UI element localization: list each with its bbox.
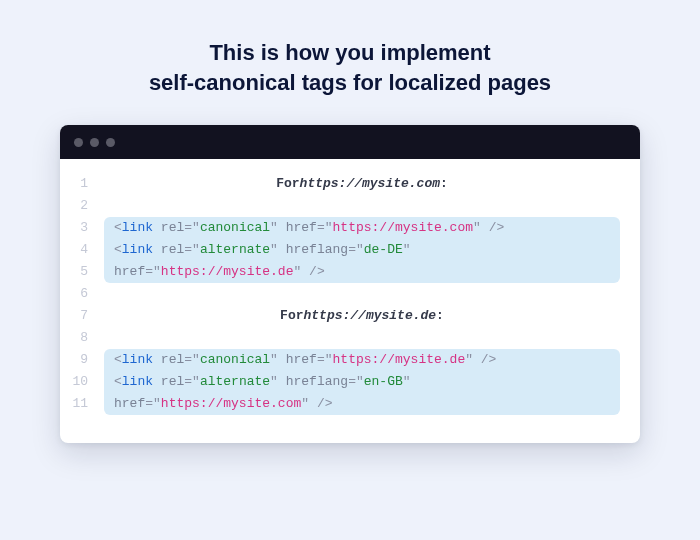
token-plain <box>278 242 286 257</box>
token-punc: < <box>114 242 122 257</box>
token-str: en-GB <box>364 374 403 389</box>
token-punc: " <box>270 220 278 235</box>
comment-label: For <box>280 305 303 327</box>
token-url: https://mysite.de <box>333 352 466 367</box>
token-punc: " <box>192 352 200 367</box>
line-number: 9 <box>70 349 88 371</box>
token-punc: /> <box>317 396 333 411</box>
token-attr: href <box>286 220 317 235</box>
token-plain <box>481 220 489 235</box>
token-plain <box>278 220 286 235</box>
page-heading: This is how you implement self-canonical… <box>149 38 551 97</box>
line-number: 8 <box>70 327 88 349</box>
token-eq: = <box>184 352 192 367</box>
token-eq: = <box>317 220 325 235</box>
token-str: alternate <box>200 242 270 257</box>
line-number: 1 <box>70 173 88 195</box>
line-number: 6 <box>70 283 88 305</box>
token-punc: " <box>356 374 364 389</box>
token-eq: = <box>145 264 153 279</box>
token-url: https://mysite.com <box>333 220 473 235</box>
token-eq: = <box>184 242 192 257</box>
heading-line-1: This is how you implement <box>209 40 490 65</box>
code-content: For https://mysite.com:<link rel="canoni… <box>96 173 626 415</box>
code-line: <link rel="alternate" hreflang="de-DE" <box>114 239 610 261</box>
token-eq: = <box>348 374 356 389</box>
token-tag: link <box>122 374 153 389</box>
traffic-light-zoom-icon <box>106 138 115 147</box>
token-attr: hreflang <box>286 242 348 257</box>
token-eq: = <box>145 396 153 411</box>
code-comment-row: For https://mysite.com: <box>104 173 620 195</box>
token-plain <box>309 396 317 411</box>
token-attr: rel <box>161 352 184 367</box>
code-line: <link rel="canonical" href="https://mysi… <box>114 217 610 239</box>
line-number-gutter: 1234567891011 <box>70 173 96 415</box>
comment-suffix: : <box>440 173 448 195</box>
code-highlight-block: <link rel="canonical" href="https://mysi… <box>104 349 620 415</box>
token-str: canonical <box>200 220 270 235</box>
comment-url: https://mysite.de <box>303 305 436 327</box>
comment-url: https://mysite.com <box>300 173 440 195</box>
line-number: 7 <box>70 305 88 327</box>
token-eq: = <box>184 374 192 389</box>
token-punc: /> <box>489 220 505 235</box>
comment-suffix: : <box>436 305 444 327</box>
token-tag: link <box>122 242 153 257</box>
line-number: 2 <box>70 195 88 217</box>
token-punc: " <box>325 220 333 235</box>
token-punc: " <box>270 352 278 367</box>
code-highlight-block: <link rel="canonical" href="https://mysi… <box>104 217 620 283</box>
token-punc: " <box>192 242 200 257</box>
token-punc: " <box>403 374 411 389</box>
line-number: 3 <box>70 217 88 239</box>
token-attr: rel <box>161 242 184 257</box>
token-str: alternate <box>200 374 270 389</box>
token-plain <box>153 374 161 389</box>
token-punc: < <box>114 374 122 389</box>
token-punc: " <box>356 242 364 257</box>
token-punc: " <box>270 374 278 389</box>
token-punc: " <box>325 352 333 367</box>
code-line: href="https://mysite.com" /> <box>114 393 610 415</box>
blank-line <box>104 327 620 349</box>
token-tag: link <box>122 220 153 235</box>
token-attr: href <box>114 264 145 279</box>
token-plain <box>153 242 161 257</box>
token-punc: " <box>301 396 309 411</box>
code-line: href="https://mysite.de" /> <box>114 261 610 283</box>
token-plain <box>301 264 309 279</box>
token-punc: " <box>192 220 200 235</box>
token-plain <box>278 374 286 389</box>
line-number: 10 <box>70 371 88 393</box>
token-punc: /> <box>309 264 325 279</box>
token-eq: = <box>317 352 325 367</box>
token-punc: " <box>403 242 411 257</box>
token-punc: < <box>114 352 122 367</box>
token-punc: " <box>465 352 473 367</box>
heading-line-2: self-canonical tags for localized pages <box>149 70 551 95</box>
code-line: <link rel="canonical" href="https://mysi… <box>114 349 610 371</box>
token-attr: rel <box>161 220 184 235</box>
comment-label: For <box>276 173 299 195</box>
token-punc: " <box>192 374 200 389</box>
token-tag: link <box>122 352 153 367</box>
token-punc: /> <box>481 352 497 367</box>
token-eq: = <box>348 242 356 257</box>
window-titlebar <box>60 125 640 159</box>
token-str: de-DE <box>364 242 403 257</box>
code-window: 1234567891011 For https://mysite.com:<li… <box>60 125 640 443</box>
token-plain <box>278 352 286 367</box>
code-area: 1234567891011 For https://mysite.com:<li… <box>60 159 640 443</box>
token-plain <box>153 220 161 235</box>
token-attr: hreflang <box>286 374 348 389</box>
line-number: 4 <box>70 239 88 261</box>
blank-line <box>104 283 620 305</box>
code-line: <link rel="alternate" hreflang="en-GB" <box>114 371 610 393</box>
token-punc: " <box>473 220 481 235</box>
line-number: 11 <box>70 393 88 415</box>
traffic-light-minimize-icon <box>90 138 99 147</box>
token-attr: rel <box>161 374 184 389</box>
token-punc: < <box>114 220 122 235</box>
token-punc: " <box>153 396 161 411</box>
